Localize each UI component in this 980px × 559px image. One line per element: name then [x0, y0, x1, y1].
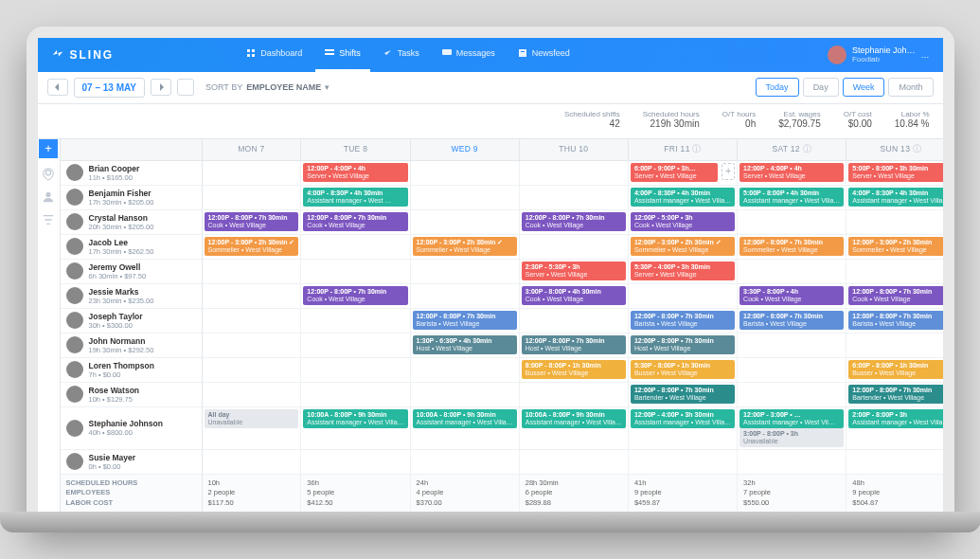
- add-shift-button[interactable]: +: [39, 139, 58, 158]
- shift-block[interactable]: 12:00P - 4:00P • 3h 30minAssistant manag…: [631, 409, 735, 428]
- shift-block[interactable]: 12:00P - 8:00P • 7h 30minBarista • West …: [848, 311, 942, 330]
- location-icon[interactable]: [42, 168, 55, 181]
- employee-row-header[interactable]: Crystal Hanson20h 30min • $205.00: [61, 210, 203, 235]
- schedule-cell[interactable]: 5:00P - 8:00P • 3h 30minServer • West Vi…: [846, 161, 942, 186]
- schedule-cell[interactable]: [301, 260, 410, 284]
- schedule-cell[interactable]: [203, 383, 302, 407]
- schedule-cell[interactable]: 12:00P - 3:00P • 2h 30minSommelier • Wes…: [846, 235, 942, 260]
- employee-row-header[interactable]: Rose Watson10h • $129.75: [61, 383, 203, 407]
- shift-block[interactable]: 5:30P - 8:00P • 1h 30minBusser • West Vi…: [631, 360, 735, 379]
- today-button[interactable]: Today: [756, 78, 799, 97]
- shift-block[interactable]: 3:00P - 8:00P • 3hUnavailable: [739, 428, 844, 447]
- shift-block[interactable]: 3:30P - 8:00P • 4hCook • West Village: [739, 286, 844, 305]
- nav-dashboard[interactable]: Dashboard: [237, 38, 312, 72]
- schedule-cell[interactable]: [520, 186, 629, 210]
- shift-block[interactable]: 12:00P - 8:00P • 7h 30minBartender • Wes…: [631, 385, 735, 404]
- schedule-cell[interactable]: [411, 358, 520, 383]
- date-range[interactable]: 07 – 13 MAY: [74, 78, 145, 98]
- schedule-cell[interactable]: [203, 284, 302, 309]
- schedule-cell[interactable]: 10:00A - 8:00P • 9h 30minAssistant manag…: [411, 407, 520, 450]
- schedule-cell[interactable]: [203, 334, 302, 358]
- week-view-button[interactable]: Week: [843, 78, 885, 97]
- schedule-cell[interactable]: [203, 161, 302, 186]
- schedule-cell[interactable]: 12:00P - 8:00P • 7h 30minBartender • Wes…: [629, 383, 738, 407]
- schedule-cell[interactable]: 12:00P - 4:00P • 4hServer • West Village: [301, 161, 410, 186]
- schedule-cell[interactable]: [301, 309, 410, 334]
- shift-block[interactable]: 5:00P - 8:00P • 4h 30minAssistant manage…: [739, 188, 844, 207]
- schedule-cell[interactable]: 12:00P - 8:00P • 7h 30minCook • West Vil…: [301, 210, 410, 235]
- filter-icon[interactable]: [42, 213, 55, 226]
- nav-shifts[interactable]: Shifts: [315, 38, 370, 72]
- schedule-cell[interactable]: [411, 260, 520, 284]
- shift-block[interactable]: 1:30P - 6:30P • 4h 30minHost • West Vill…: [413, 335, 517, 354]
- schedule-cell[interactable]: 12:00P - 8:00P • 7h 30minSommelier • Wes…: [738, 235, 846, 260]
- shift-block[interactable]: 12:00P - 4:00P • 4hServer • West Village: [739, 163, 844, 182]
- day-header[interactable]: MON 7: [203, 139, 302, 161]
- shift-block[interactable]: 4:00P - 8:30P • 4h 30minAssistant manage…: [848, 188, 942, 207]
- day-header[interactable]: TUE 8: [301, 139, 410, 161]
- next-week-button[interactable]: [151, 79, 171, 96]
- employee-row-header[interactable]: John Normann19h 30min • $292.50: [61, 334, 203, 358]
- schedule-cell[interactable]: [301, 235, 410, 260]
- schedule-cell[interactable]: [411, 161, 520, 186]
- shift-block[interactable]: 3:00P - 1h: [522, 311, 626, 322]
- schedule-cell[interactable]: [301, 358, 410, 383]
- schedule-cell[interactable]: 12:00P - 8:00P • 7h 30minBarista • West …: [411, 309, 520, 334]
- schedule-cell[interactable]: [411, 210, 520, 235]
- day-header[interactable]: FRI 11 ⓘ: [629, 139, 738, 161]
- prev-week-button[interactable]: [47, 79, 68, 96]
- employee-row-header[interactable]: Jacob Lee17h 30min • $262.50: [61, 235, 203, 260]
- employee-row-header[interactable]: Joseph Taylor30h • $300.00: [61, 309, 203, 334]
- schedule-cell[interactable]: 4:00P - 8:30P • 4h 30minAssistant manage…: [629, 186, 738, 210]
- schedule-cell[interactable]: 3:30P - 8:00P • 4hCook • West Village: [738, 284, 846, 309]
- schedule-cell[interactable]: 12:00P - 8:00P • 7h 30minHost • West Vil…: [520, 334, 629, 358]
- schedule-cell[interactable]: [846, 260, 942, 284]
- schedule-cell[interactable]: 12:00P - 8:00P • 7h 30minBartender • Wes…: [846, 383, 942, 407]
- schedule-cell[interactable]: [203, 358, 302, 383]
- nav-messages[interactable]: Messages: [433, 38, 505, 72]
- employee-row-header[interactable]: Benjamin Fisher17h 30min • $205.00: [61, 186, 203, 210]
- multi-select-toggle[interactable]: [177, 79, 194, 96]
- schedule-cell[interactable]: [203, 450, 302, 475]
- schedule-cell[interactable]: 12:00P - 8:00P • 7h 30minBarista • West …: [629, 309, 738, 334]
- schedule-cell[interactable]: 1:30P - 6:30P • 4h 30minHost • West Vill…: [411, 334, 520, 358]
- schedule-cell[interactable]: 4:00P - 8:30P • 4h 30minAssistant manage…: [846, 186, 942, 210]
- schedule-cell[interactable]: [738, 383, 846, 407]
- schedule-cell[interactable]: 12:00P - 8:00P • 7h 30minCook • West Vil…: [846, 284, 942, 309]
- shift-block[interactable]: 12:00P - 8:00P • 7h 30minCook • West Vil…: [848, 286, 942, 305]
- schedule-cell[interactable]: [301, 383, 410, 407]
- schedule-cell[interactable]: 12:00P - 8:00P • 7h 30minBarista • West …: [846, 309, 942, 334]
- sort-by[interactable]: SORT BY EMPLOYEE NAME ▾: [200, 79, 335, 96]
- schedule-cell[interactable]: 12:00P - 3:00P • 2h 30min ✓Sommelier • W…: [203, 235, 302, 260]
- shift-block[interactable]: 8:00P - 8:00P • 1h 30minBusser • West Vi…: [522, 360, 626, 379]
- schedule-cell[interactable]: [738, 358, 846, 383]
- schedule-cell[interactable]: 12:00P - 8:00P • 7h 30minCook • West Vil…: [520, 210, 629, 235]
- schedule-cell[interactable]: 6:00P - 9:00P • 3h…Server • West Village…: [629, 161, 738, 186]
- schedule-cell[interactable]: [846, 210, 942, 235]
- shift-block[interactable]: 10:00A - 8:00P • 9h 30minAssistant manag…: [413, 409, 517, 428]
- shift-block[interactable]: 12:00P - 8:00P • 7h 30minCook • West Vil…: [303, 286, 407, 305]
- shift-block[interactable]: 3:00P - 8:00P • 4h 30minCook • West Vill…: [522, 286, 626, 305]
- schedule-cell[interactable]: 12:00P - 8:00P • 7h 30minHost • West Vil…: [629, 334, 738, 358]
- schedule-cell[interactable]: [846, 450, 942, 475]
- shift-block[interactable]: 12:00P - 3:00P • 2h 30min ✓Sommelier • W…: [205, 237, 299, 256]
- people-icon[interactable]: [42, 190, 55, 204]
- schedule-cell[interactable]: 2:00P - 8:00P • 3hAssistant manager • We…: [846, 407, 942, 450]
- schedule-cell[interactable]: [411, 186, 520, 210]
- shift-block[interactable]: 2:30P - 5:30P • 3hServer • West Village: [522, 261, 626, 280]
- schedule-cell[interactable]: 12:00P - 4:00P • 4hServer • West Village: [738, 161, 846, 186]
- schedule-cell[interactable]: 12:00P - 8:00P • 7h 30minCook • West Vil…: [203, 210, 302, 235]
- schedule-cell[interactable]: [203, 260, 302, 284]
- shift-block[interactable]: 10:00A - 8:00P • 9h 30minAssistant manag…: [522, 409, 626, 428]
- shift-block[interactable]: 4:00P - 8:30P • 4h 30minAssistant manage…: [303, 188, 407, 207]
- month-view-button[interactable]: Month: [888, 78, 933, 97]
- shift-block[interactable]: 12:00P - 8:00P • 7h 30minCook • West Vil…: [205, 212, 299, 231]
- schedule-cell[interactable]: [738, 450, 846, 475]
- shift-block[interactable]: 12:00P - 8:00P • 7h 30minHost • West Vil…: [631, 335, 735, 354]
- schedule-cell[interactable]: All dayUnavailable: [203, 407, 302, 450]
- schedule-cell[interactable]: [301, 450, 410, 475]
- schedule-cell[interactable]: [520, 383, 629, 407]
- schedule-cell[interactable]: [520, 161, 629, 186]
- schedule-cell[interactable]: 12:00P - 5:00P • 3hCook • West Village: [629, 210, 738, 235]
- schedule-cell[interactable]: [629, 284, 738, 309]
